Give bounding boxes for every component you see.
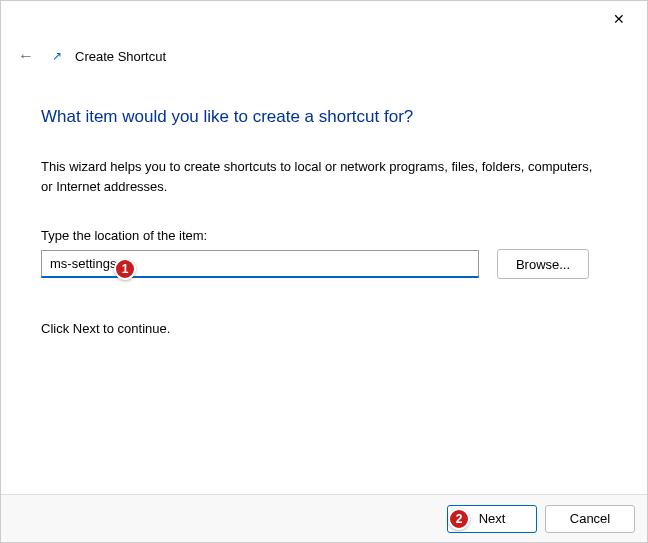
- window-title: Create Shortcut: [75, 49, 166, 64]
- location-label: Type the location of the item:: [41, 228, 607, 243]
- browse-button[interactable]: Browse...: [497, 249, 589, 279]
- back-button[interactable]: ←: [13, 43, 39, 69]
- close-button[interactable]: ✕: [603, 3, 635, 35]
- continue-text: Click Next to continue.: [41, 321, 607, 336]
- annotation-badge-1: 1: [114, 258, 136, 280]
- wizard-description: This wizard helps you to create shortcut…: [41, 157, 607, 196]
- close-icon: ✕: [613, 11, 625, 27]
- footer: Next Cancel: [1, 494, 647, 542]
- header-row: ← ↗ Create Shortcut: [1, 37, 647, 75]
- back-arrow-icon: ←: [18, 47, 34, 65]
- titlebar: ✕: [1, 1, 647, 37]
- annotation-badge-2: 2: [448, 508, 470, 530]
- shortcut-icon: ↗: [49, 48, 65, 64]
- main-heading: What item would you like to create a sho…: [41, 107, 607, 127]
- cancel-button[interactable]: Cancel: [545, 505, 635, 533]
- content-area: What item would you like to create a sho…: [1, 75, 647, 336]
- location-input[interactable]: [41, 250, 479, 278]
